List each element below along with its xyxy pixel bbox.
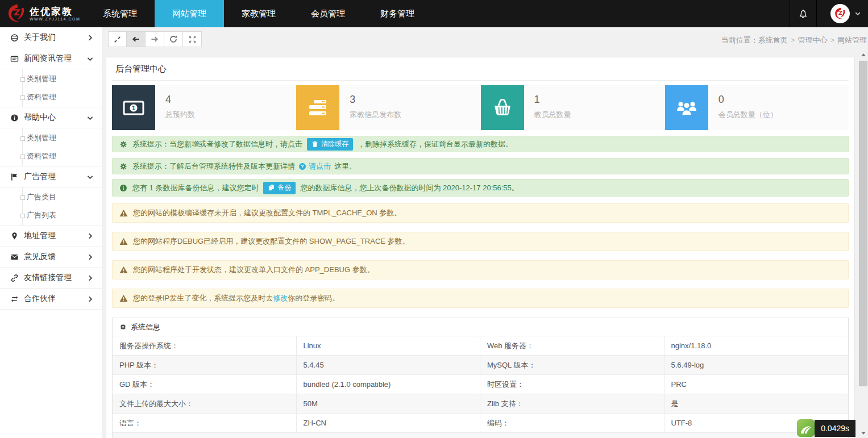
sidebar-subgroup-news: 类别管理 资料管理	[0, 69, 102, 107]
sidebar-item-about[interactable]: 关于我们	[0, 27, 102, 48]
user-avatar[interactable]	[830, 4, 850, 23]
main-nav-tabs: 系统管理 网站管理 家教管理 会员管理 财务管理	[85, 0, 432, 27]
sidebar-item-ads[interactable]: 广告管理	[0, 166, 102, 187]
info-value: 5.4.45	[297, 356, 481, 374]
breadcrumb-separator: >	[791, 36, 795, 44]
alert-version-info: 系统提示：了解后台管理系统特性及版本更新详情 ? 请点击 这里。	[112, 158, 849, 174]
dashboard-panel: 后台管理中心 1 4 总预约数	[106, 57, 855, 438]
resize-tabs-button[interactable]	[108, 31, 127, 47]
notifications-button[interactable]	[790, 0, 817, 27]
sidebar-subitem-data[interactable]: 资料管理	[0, 147, 102, 165]
alert-debug-enabled: 您的网站程序DEBUG已经启用，建议更改配置文件的 SHOW_PAGE_TRAC…	[112, 232, 849, 251]
arrow-left-icon	[131, 35, 140, 44]
stat-label: 总预约数	[165, 110, 195, 120]
chevron-right-icon	[86, 274, 94, 282]
breadcrumb-current: 网站管理	[837, 36, 867, 44]
trace-time[interactable]: 0.0429s	[815, 420, 855, 437]
envelope-icon	[10, 253, 19, 261]
thinkphp-flame-icon[interactable]	[797, 419, 815, 437]
breadcrumb-center[interactable]: 管理中心	[798, 36, 827, 44]
tab-tutoring[interactable]: 家教管理	[224, 0, 293, 27]
scroll-down-icon	[861, 432, 866, 435]
tab-website[interactable]: 网站管理	[155, 0, 224, 27]
chevron-down-icon	[86, 114, 94, 122]
scrollbar-down-button[interactable]	[858, 428, 868, 438]
info-value: Linux	[297, 336, 481, 355]
users-icon	[676, 99, 697, 116]
main-area: 当前位置：系统首页>管理中心>网站管理 后台管理中心 1 4 总预约数	[102, 27, 868, 438]
sidebar-item-feedback[interactable]: 意见反馈	[0, 247, 102, 268]
sidebar-item-label: 意见反馈	[24, 252, 86, 262]
avatar-swirl-icon	[833, 7, 847, 20]
info-label: 时区设置：	[480, 375, 665, 394]
sidebar-subitem-ad-list[interactable]: 广告列表	[0, 206, 102, 224]
info-label: PHP 版本：	[113, 356, 297, 374]
stat-label: 会员总数量（位）	[719, 110, 778, 120]
history-forward-button[interactable]	[146, 31, 164, 47]
svg-text:?: ?	[301, 164, 304, 169]
alert-text: 你的登录密码。	[288, 293, 339, 303]
clear-cache-button[interactable]: 清除缓存	[307, 138, 353, 151]
alert-clear-cache: 系统提示：当您新增或者修改了数据信息时，请点击 清除缓存 ，删除掉系统缓存，保证…	[112, 136, 849, 152]
breadcrumb-home[interactable]: 系统首页	[758, 36, 788, 44]
info-value: 是	[665, 394, 849, 413]
scrollbar-thumb[interactable]	[859, 61, 867, 386]
fullscreen-button[interactable]	[183, 31, 202, 47]
brand-title: 佐优家教	[30, 7, 80, 17]
chevron-right-icon	[86, 232, 94, 240]
version-details-link[interactable]: 请点击	[309, 161, 331, 172]
history-back-button[interactable]	[127, 31, 146, 47]
gear-icon	[119, 323, 127, 331]
alert-tmpl-cache: 您的网站的模板编译缓存未开启，建议更改配置文件的 TMPL_CACHE_ON 参…	[112, 203, 849, 223]
trace-badge: 0.0429s	[797, 419, 855, 437]
sidebar-item-address[interactable]: 地址管理	[0, 226, 102, 247]
sidebar-item-links[interactable]: 友情链接管理	[0, 268, 102, 289]
flag-icon	[10, 173, 19, 181]
tab-finance[interactable]: 财务管理	[363, 0, 432, 27]
brand-subtitle: WWW.ZYJJ114.COM	[30, 17, 80, 21]
sidebar-item-partners[interactable]: 合作伙伴	[0, 289, 102, 310]
sidebar-subitem-category[interactable]: 类别管理	[0, 129, 102, 147]
refresh-tab-button[interactable]	[164, 31, 183, 47]
sidebar-subitem-category[interactable]: 类别管理	[0, 70, 102, 88]
alert-text: 您的网站程序DEBUG已经启用，建议更改配置文件的 SHOW_PAGE_TRAC…	[133, 236, 410, 247]
tab-members[interactable]: 会员管理	[293, 0, 363, 27]
sidebar-item-label: 友情链接管理	[24, 273, 86, 283]
info-value: 5.6.49-log	[665, 356, 849, 374]
system-info-title: 系统信息	[131, 322, 160, 332]
user-menu-caret[interactable]	[854, 10, 861, 17]
map-marker-icon	[10, 232, 19, 240]
sidebar-item-label: 广告管理	[24, 172, 86, 182]
clear-cache-label: 清除缓存	[321, 139, 348, 149]
brand-logo[interactable]: 佐优家教 WWW.ZYJJ114.COM	[0, 0, 85, 27]
refresh-icon	[169, 35, 178, 44]
sidebar-item-label: 新闻资讯管理	[24, 53, 86, 64]
backup-button[interactable]: 备份	[263, 182, 296, 194]
stat-card-appointments: 1 4 总预约数	[112, 85, 296, 130]
scrollbar-up-button[interactable]	[858, 50, 868, 60]
info-label: GD 版本：	[113, 375, 297, 394]
sidebar-item-help[interactable]: 帮助中心	[0, 107, 102, 128]
stats-row: 1 4 总预约数	[112, 85, 849, 130]
sidebar-subitem-data[interactable]: 资料管理	[0, 88, 102, 106]
stat-card-teachers: 1 教员总数量	[481, 85, 665, 130]
breadcrumb-prefix: 当前位置：	[721, 36, 758, 44]
top-navbar: 佐优家教 WWW.ZYJJ114.COM 系统管理 网站管理 家教管理 会员管理…	[0, 0, 868, 27]
change-password-link[interactable]: 修改	[273, 293, 288, 303]
copy-icon	[268, 184, 275, 191]
sidebar-item-news[interactable]: 新闻资讯管理	[0, 48, 102, 69]
stat-value: 0	[719, 94, 778, 106]
sidebar-subitem-ad-category[interactable]: 广告类目	[0, 188, 102, 206]
info-circle-icon	[119, 184, 127, 192]
info-value: PRC	[665, 375, 849, 394]
tab-system[interactable]: 系统管理	[85, 0, 155, 27]
breadcrumb: 当前位置：系统首页>管理中心>网站管理	[721, 35, 867, 45]
money-icon: 1	[123, 101, 144, 115]
info-label: 服务器操作系统：	[113, 336, 297, 355]
table-row: 文件上传的最大大小： 50M Zlib 支持： 是	[113, 394, 848, 414]
bell-icon	[798, 9, 808, 19]
trash-icon	[312, 140, 318, 148]
sidebar-subgroup-help: 类别管理 资料管理	[0, 128, 102, 166]
warning-icon	[119, 237, 128, 245]
sidebar-subgroup-ads: 广告类目 广告列表	[0, 187, 102, 226]
